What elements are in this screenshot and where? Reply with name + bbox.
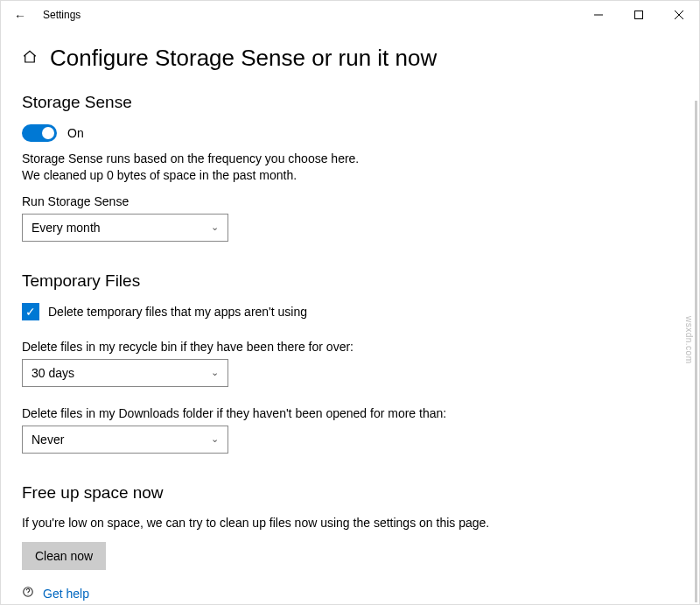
storage-sense-toggle[interactable] [22,124,57,142]
delete-temp-label: Delete temporary files that my apps aren… [48,305,307,319]
downloads-label: Delete files in my Downloads folder if t… [22,406,678,420]
back-button[interactable]: ← [8,8,32,23]
close-button[interactable] [659,1,699,29]
get-help-link[interactable]: Get help [43,587,89,601]
chevron-down-icon: ⌄ [211,433,219,445]
scrollbar[interactable] [695,101,697,602]
run-storage-sense-value: Every month [32,221,101,235]
home-icon[interactable] [22,49,38,68]
downloads-select[interactable]: Never ⌄ [22,426,228,454]
storage-sense-description: Storage Sense runs based on the frequenc… [22,151,363,184]
recycle-bin-select[interactable]: 30 days ⌄ [22,359,228,387]
storage-sense-heading: Storage Sense [22,93,678,112]
storage-sense-section: Storage Sense On Storage Sense runs base… [22,93,678,242]
chevron-down-icon: ⌄ [211,222,219,233]
recycle-bin-label: Delete files in my recycle bin if they h… [22,340,678,354]
svg-rect-1 [635,11,643,19]
temporary-files-section: Temporary Files ✓ Delete temporary files… [22,271,678,454]
toggle-state-label: On [67,126,84,140]
svg-point-5 [28,594,29,595]
chevron-down-icon: ⌄ [211,367,219,378]
temp-files-heading: Temporary Files [22,271,678,291]
free-up-heading: Free up space now [22,483,678,503]
recycle-bin-value: 30 days [32,366,74,380]
page-header: Configure Storage Sense or run it now [22,45,678,72]
run-storage-sense-select[interactable]: Every month ⌄ [22,214,228,242]
minimize-button[interactable] [578,1,619,29]
help-icon [22,586,34,601]
run-storage-sense-label: Run Storage Sense [22,194,678,208]
help-row: Get help [22,586,89,601]
titlebar: ← Settings [1,1,699,29]
delete-temp-checkbox[interactable]: ✓ [22,303,39,320]
watermark: wsxdn.com [684,316,694,364]
window-title: Settings [43,9,80,21]
free-up-space-section: Free up space now If you're low on space… [22,483,678,570]
page-title: Configure Storage Sense or run it now [50,45,437,72]
downloads-value: Never [32,433,64,447]
clean-now-button[interactable]: Clean now [22,542,106,570]
maximize-button[interactable] [619,1,659,29]
free-up-description: If you're low on space, we can try to cl… [22,515,512,531]
